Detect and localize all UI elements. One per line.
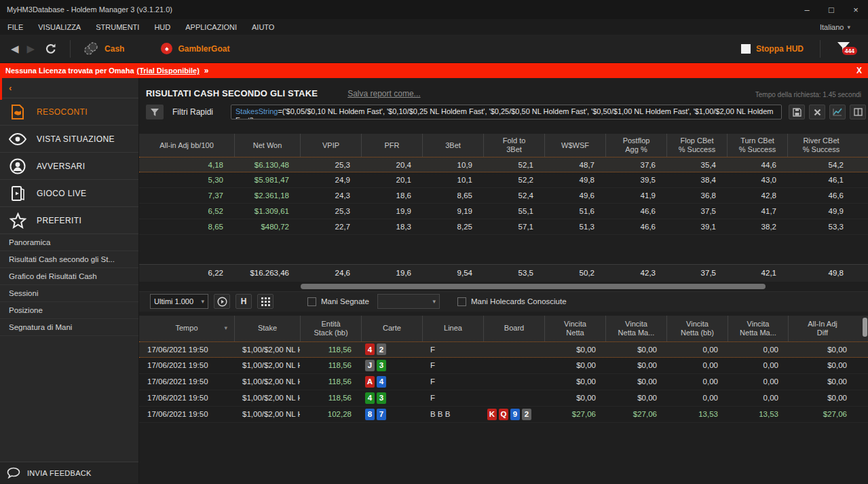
stakes-column-header[interactable]: Net Won — [234, 134, 300, 157]
stakes-row[interactable]: 6,52$1.309,6125,319,99,1955,151,646,637,… — [139, 204, 868, 219]
sidebar-item-preferiti[interactable]: PREFERITI — [0, 207, 138, 234]
back-button[interactable]: ◀ — [11, 43, 19, 55]
menu-applicazioni[interactable]: APPLICAZIONI — [178, 23, 244, 31]
sidebar-report-sessioni[interactable]: Sessioni — [0, 285, 138, 302]
trial-link[interactable]: (Trial Disponibile) — [137, 67, 200, 75]
columns-button[interactable] — [850, 105, 866, 119]
hands-column-header[interactable]: Stake — [234, 316, 300, 341]
hand-line: F — [422, 358, 483, 373]
horizontal-scrollbar[interactable] — [139, 282, 868, 291]
banner-close-button[interactable]: X — [856, 66, 862, 75]
stop-hud-button[interactable]: Stoppa HUD — [756, 44, 804, 54]
stakes-cell: 49,6 — [544, 188, 605, 203]
stakes-column-header[interactable]: All-in Adj bb/100 — [139, 134, 234, 157]
stakes-column-header[interactable]: W$WSF — [544, 134, 605, 157]
sidebar-item-resoconti[interactable]: RESOCONTI — [0, 98, 138, 126]
hands-column-header[interactable]: Vincita Netta Ma... — [605, 316, 666, 341]
sidebar-item-gioco-live[interactable]: GIOCO LIVE — [0, 180, 138, 207]
stakes-column-header[interactable]: Postflop Agg % — [605, 134, 666, 157]
clear-filter-button[interactable] — [809, 105, 825, 119]
stakes-cell: 41,7 — [727, 204, 787, 219]
cash-tab[interactable]: Cash — [105, 44, 124, 54]
stakes-column-header[interactable]: Fold to 3Bet — [483, 134, 544, 157]
forward-button[interactable]: ▶ — [27, 43, 35, 55]
hands-column-header[interactable]: Tempo▾ — [139, 316, 234, 341]
filter-funnel-icon — [150, 108, 159, 117]
stop-icon[interactable] — [741, 44, 751, 54]
hands-column-header[interactable]: Linea — [422, 316, 483, 341]
toolbar-divider — [70, 40, 71, 58]
hand-cards: 43 — [361, 390, 422, 406]
hands-column-header[interactable]: Vincita Netta Ma... — [728, 316, 788, 341]
hands-column-header[interactable]: Board — [483, 316, 544, 341]
hands-row[interactable]: 17/06/2021 19:50$1,00/$2,00 NL Holdem Fa… — [139, 407, 868, 423]
hands-row[interactable]: 17/06/2021 19:50$1,00/$2,00 NL Holdem Fa… — [139, 341, 868, 358]
hand-net: $0,00 — [544, 374, 605, 390]
stakes-cell: 51,3 — [544, 219, 605, 234]
menu-aiuto[interactable]: AIUTO — [244, 23, 282, 31]
scrollbar-thumb[interactable] — [301, 284, 766, 289]
hands-column-header[interactable]: Carte — [361, 316, 422, 341]
hands-column-header[interactable]: Vincita Netta — [544, 316, 605, 341]
menu-file[interactable]: FILE — [0, 23, 31, 31]
filter-expression-input[interactable]: StakesString=('$0,05/$0,10 NL Holdem Fas… — [231, 105, 782, 119]
maximize-button[interactable]: □ — [819, 0, 844, 19]
hands-row[interactable]: 17/06/2021 19:50$1,00/$2,00 NL Holdem Fa… — [139, 374, 868, 390]
stakes-column-header[interactable]: River CBet % Success — [787, 134, 854, 157]
stakes-cell: 25,3 — [300, 204, 361, 219]
hands-row[interactable]: 17/06/2021 19:50$1,00/$2,00 NL Holdem Fa… — [139, 390, 868, 407]
marked-hands-checkbox[interactable] — [307, 297, 316, 306]
quick-filter-button[interactable] — [146, 105, 164, 119]
stakes-cell: 10,9 — [422, 157, 483, 172]
sidebar-collapse[interactable]: ‹ — [0, 78, 138, 98]
star-icon — [9, 212, 26, 229]
known-holecards-checkbox[interactable] — [457, 297, 466, 306]
stakes-row[interactable]: 8,65$480,7222,718,38,2557,151,346,639,13… — [139, 219, 868, 235]
hands-limit-select[interactable]: Ultimi 1.000 ▾ — [150, 294, 208, 309]
sidebar-report-grafico[interactable]: Grafico dei Risultati Cash — [0, 268, 138, 285]
menu-strumenti[interactable]: STRUMENTI — [88, 23, 147, 31]
grid-view-button[interactable] — [257, 294, 273, 309]
chart-view-button[interactable] — [829, 105, 846, 119]
menu-visualizza[interactable]: VISUALIZZA — [31, 23, 88, 31]
menu-hud[interactable]: HUD — [147, 23, 178, 31]
hands-column-header[interactable]: All-In Adj Diff — [788, 316, 856, 341]
player-tab[interactable]: GamblerGoat — [178, 44, 229, 54]
minimize-button[interactable]: – — [795, 0, 819, 19]
stakes-cell: 37,5 — [666, 204, 727, 219]
sidebar-report-risultati-stake[interactable]: Risultati Cash secondo gli St... — [0, 251, 138, 268]
hands-column-header[interactable]: Entità Stack (bb) — [300, 316, 361, 341]
marked-tag-select[interactable]: ▾ — [377, 294, 440, 309]
save-report-link[interactable]: Salva report come... — [347, 89, 420, 98]
stakes-row[interactable]: 4,18$6.130,4825,320,410,952,148,737,635,… — [139, 157, 868, 172]
scrollbar-thumb[interactable] — [863, 318, 867, 337]
sidebar-report-segnatura[interactable]: Segnatura di Mani — [0, 319, 138, 336]
replay-button[interactable] — [214, 294, 230, 309]
card-Qh: Q — [499, 409, 508, 420]
close-button[interactable]: × — [844, 0, 868, 19]
stakes-row[interactable]: 5,30$5.981,4724,920,110,152,249,839,538,… — [139, 172, 868, 188]
hands-row[interactable]: 17/06/2021 19:50$1,00/$2,00 NL Holdem Fa… — [139, 358, 868, 374]
hands-column-header[interactable]: Vincita Netta (bb) — [666, 316, 728, 341]
hud-toggle-button[interactable]: H — [235, 294, 252, 309]
sidebar-item-avversari[interactable]: AVVERSARI — [0, 153, 138, 180]
save-filter-button[interactable] — [789, 105, 805, 119]
stakes-cell: $2.361,18 — [234, 188, 300, 203]
stakes-row[interactable]: 7,37$2.361,1824,318,68,6552,449,641,936,… — [139, 188, 868, 204]
stakes-column-header[interactable]: 3Bet — [422, 134, 483, 157]
stakes-total-cell: 50,2 — [544, 265, 605, 282]
stakes-column-header[interactable]: PFR — [361, 134, 422, 157]
stakes-cell: 41,9 — [605, 188, 666, 203]
sidebar-report-panoramica[interactable]: Panoramica — [0, 234, 138, 251]
vertical-scrollbar[interactable] — [863, 318, 867, 386]
stakes-column-header[interactable]: Turn CBet % Success — [727, 134, 787, 157]
language-selector[interactable]: Italiano ▾ — [820, 23, 850, 31]
stakes-cell: 24,3 — [300, 188, 361, 203]
sidebar-item-vista-situazione[interactable]: VISTA SITUAZIONE — [0, 126, 138, 153]
send-feedback-button[interactable]: INVIA FEEDBACK — [0, 462, 138, 483]
active-filters-button[interactable]: 444 — [837, 41, 850, 56]
stakes-column-header[interactable]: VPIP — [300, 134, 361, 157]
stakes-column-header[interactable]: Flop CBet % Success — [666, 134, 727, 157]
sidebar-report-posizione[interactable]: Posizione — [0, 302, 138, 319]
refresh-icon[interactable] — [44, 42, 58, 56]
